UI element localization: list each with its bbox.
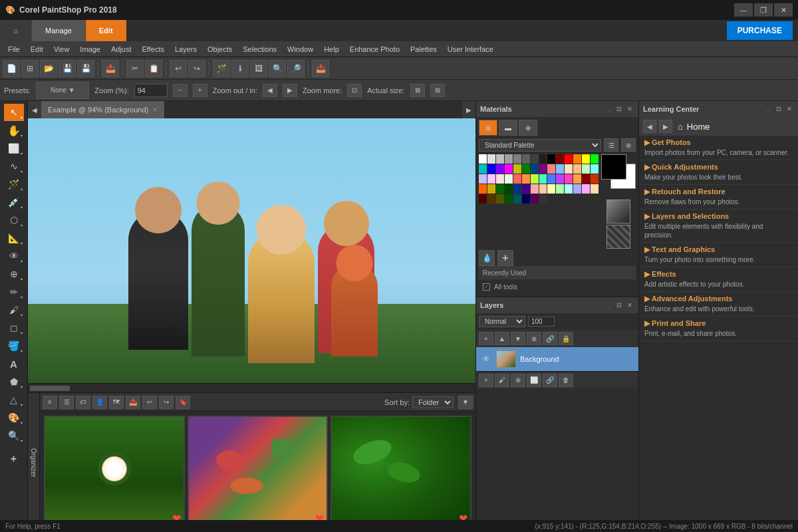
- restore-button[interactable]: ❐: [754, 3, 773, 17]
- lc-close-btn[interactable]: ✕: [785, 104, 794, 114]
- menu-view[interactable]: View: [49, 43, 75, 55]
- color-swatch[interactable]: [539, 194, 547, 203]
- color-swatch[interactable]: [556, 164, 564, 174]
- color-swatch[interactable]: [539, 164, 547, 174]
- color-swatch[interactable]: [582, 184, 590, 194]
- layers-clone-btn[interactable]: ⊕: [511, 374, 525, 387]
- color-swatch[interactable]: [487, 154, 495, 164]
- layers-up-btn[interactable]: ▲: [495, 332, 509, 345]
- color-swatch[interactable]: [496, 184, 504, 194]
- color-swatch[interactable]: [539, 174, 547, 184]
- layers-dock-btn[interactable]: ⊡: [614, 301, 624, 310]
- lc-section-layers[interactable]: ▶ Layers and Selections Edit multiple el…: [639, 209, 798, 243]
- color-swatch[interactable]: [531, 194, 539, 203]
- zoom-out2-btn[interactable]: ◀: [263, 84, 277, 97]
- color-swatch[interactable]: [565, 184, 573, 194]
- layers-link-btn[interactable]: 🔗: [543, 332, 557, 345]
- color-swatch[interactable]: [487, 174, 495, 184]
- org-redo[interactable]: ↪: [159, 396, 174, 409]
- palette-tab-grid[interactable]: ⊞: [479, 120, 497, 136]
- color-swatch[interactable]: [556, 184, 564, 194]
- color-swatch[interactable]: [591, 184, 598, 194]
- color-swatch[interactable]: [531, 174, 539, 184]
- layers-mask-btn[interactable]: ⬜: [527, 374, 541, 387]
- tb-info[interactable]: ℹ: [231, 60, 249, 77]
- tool-selection[interactable]: ⬜▾: [4, 140, 24, 157]
- lc-dock-btn[interactable]: ⊡: [774, 104, 783, 114]
- menu-palettes[interactable]: Palettes: [405, 43, 442, 55]
- color-swatch[interactable]: [547, 184, 555, 194]
- lc-section-get-photos[interactable]: ▶ Get Photos Import photos from your PC,…: [639, 136, 798, 160]
- tool-zoom[interactable]: 🔍▾: [4, 427, 24, 444]
- zoom-in2-btn[interactable]: ▶: [283, 84, 297, 97]
- color-swatch[interactable]: [479, 164, 487, 174]
- minimize-button[interactable]: —: [734, 3, 753, 17]
- opacity-input[interactable]: [528, 317, 555, 327]
- lc-section-advanced[interactable]: ▶ Advanced Adjustments Enhance and edit …: [639, 292, 798, 317]
- org-tag[interactable]: 🔖: [176, 396, 190, 409]
- color-swatch[interactable]: [522, 154, 530, 164]
- foreground-swatch[interactable]: [601, 154, 626, 180]
- add-swatch-btn[interactable]: +: [497, 250, 513, 266]
- tb-frame[interactable]: 🖼: [250, 60, 267, 77]
- color-swatch[interactable]: [573, 164, 581, 174]
- color-swatch[interactable]: [513, 184, 521, 194]
- tb-zoom-in[interactable]: 🔎: [287, 60, 305, 77]
- menu-image[interactable]: Image: [74, 43, 106, 55]
- menu-adjust[interactable]: Adjust: [106, 43, 137, 55]
- color-swatch[interactable]: [522, 194, 530, 203]
- tb-browse[interactable]: ⊞: [21, 60, 39, 77]
- layers-paint-btn[interactable]: 🖌: [495, 374, 509, 387]
- color-swatch[interactable]: [487, 194, 495, 203]
- org-btn-4[interactable]: 👤: [92, 396, 107, 409]
- tool-fill[interactable]: 🪣▾: [4, 337, 24, 354]
- tool-crop[interactable]: ⬡▾: [4, 211, 24, 229]
- layers-add-btn2[interactable]: +: [479, 374, 493, 387]
- color-swatch[interactable]: [582, 164, 590, 174]
- tb-share[interactable]: 📤: [102, 60, 119, 77]
- lc-forward-btn[interactable]: ▶: [659, 120, 672, 133]
- lc-back-btn[interactable]: ◀: [643, 120, 656, 133]
- presets-dropdown[interactable]: None ▼: [36, 82, 89, 99]
- tb-export[interactable]: 📤: [312, 60, 329, 77]
- lc-minimize-btn[interactable]: _: [763, 104, 773, 114]
- layers-del-btn[interactable]: 🗑: [559, 374, 573, 387]
- organizer-tab-label[interactable]: Organizer: [28, 393, 40, 532]
- palette-dropdown[interactable]: Standard Palette: [479, 139, 601, 152]
- lc-section-print[interactable]: ▶ Print and Share Print, e-mail, and sha…: [639, 317, 798, 341]
- materials-close-btn[interactable]: ✕: [625, 104, 634, 114]
- color-swatch[interactable]: [573, 174, 581, 184]
- color-swatch[interactable]: [565, 164, 573, 174]
- color-swatch[interactable]: [513, 164, 521, 174]
- tab-prev-btn[interactable]: ◀: [28, 101, 41, 118]
- tool-add[interactable]: +: [4, 450, 24, 467]
- nav-manage-button[interactable]: Manage: [32, 20, 86, 41]
- tb-new[interactable]: 📄: [3, 60, 20, 77]
- color-swatch[interactable]: [556, 174, 564, 184]
- color-swatch[interactable]: [591, 174, 598, 184]
- layer-item-background[interactable]: 👁 Background: [476, 347, 638, 371]
- zoom-in-btn[interactable]: +: [193, 84, 207, 97]
- color-swatch[interactable]: [531, 154, 539, 164]
- color-swatch[interactable]: [531, 164, 539, 174]
- color-swatch[interactable]: [591, 164, 598, 174]
- lc-section-quick-adj[interactable]: ▶ Quick Adjustments Make your photos loo…: [639, 160, 798, 185]
- color-swatch[interactable]: [522, 174, 530, 184]
- zoom-input[interactable]: [134, 84, 168, 97]
- org-btn-5[interactable]: 🗺: [109, 396, 124, 409]
- org-btn-1[interactable]: ≡: [43, 396, 57, 409]
- color-swatch[interactable]: [496, 174, 504, 184]
- org-btn-3[interactable]: 🏷: [76, 396, 90, 409]
- palette-tab-solid[interactable]: ▬: [499, 120, 517, 136]
- blend-mode-select[interactable]: Normal: [479, 316, 525, 327]
- color-swatch[interactable]: [496, 194, 504, 203]
- tool-pan[interactable]: ✋▾: [4, 122, 24, 139]
- color-swatch[interactable]: [591, 154, 598, 164]
- layers-merge-btn[interactable]: ⊕: [527, 332, 541, 345]
- menu-user-interface[interactable]: User Interface: [442, 43, 499, 55]
- menu-file[interactable]: File: [3, 43, 25, 55]
- canvas-scrollbar[interactable]: [28, 383, 475, 392]
- tool-eyedropper[interactable]: 💉▾: [4, 194, 24, 211]
- color-swatch[interactable]: [479, 174, 487, 184]
- pattern-preview[interactable]: [606, 225, 630, 249]
